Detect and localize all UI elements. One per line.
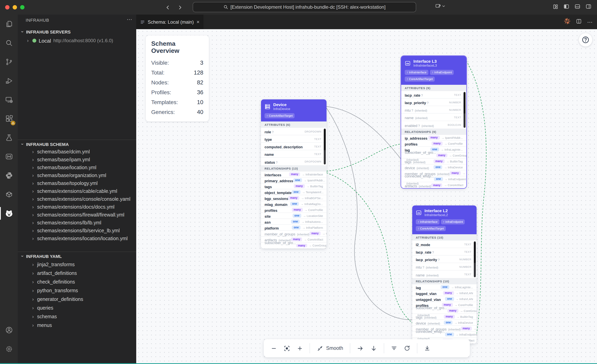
relationship-target: → CoreGroup [473, 327, 477, 330]
schema-file-item[interactable]: ›schemas/extensions/docs/docs.yml [18, 203, 136, 211]
editor-actions: ⋯ [564, 15, 593, 29]
yaml-item[interactable]: ›jinja2_transforms [18, 260, 136, 269]
relationship-target: → CoreGroup [462, 171, 466, 175]
vscode-window: [Extension Development Host] infrahub-bu… [0, 0, 597, 364]
scrollbar[interactable] [474, 241, 476, 277]
schema-canvas[interactable]: Schema Overview Visible:3Total:128Nodes:… [136, 29, 597, 364]
smooth-edges-button[interactable]: Smooth [317, 345, 343, 352]
attribute-row: status?DROPDOWN [261, 158, 327, 165]
activity-source-control-icon[interactable] [0, 53, 18, 71]
activity-containers-icon[interactable] [0, 185, 18, 204]
cardinality-badge: one [292, 226, 301, 229]
node-card-interface-l2[interactable]: Interface L2 InfraInterfaceL2 ↑ InfraInt… [412, 205, 477, 343]
node-card-interface-l3[interactable]: Interface L3 InfraInterfaceL3 ↑ InfraInt… [401, 56, 466, 188]
schema-file-item[interactable]: ›schemas/extensions/location/location.ym… [18, 235, 136, 243]
activity-infrahub-otter-icon[interactable] [0, 204, 18, 223]
close-icon[interactable]: × [196, 19, 199, 24]
yaml-item[interactable]: ›generator_definitions [18, 295, 136, 304]
schema-file-item[interactable]: ›schemas/extensions/lb/lb.yml [18, 219, 136, 227]
fit-view-button[interactable] [283, 345, 290, 352]
node-card-device[interactable]: Device InfraDevice ↑ CoreArtifactTarget … [261, 99, 327, 249]
zoom-out-button[interactable] [271, 345, 277, 351]
activity-extensions-icon[interactable] [0, 109, 18, 128]
yaml-item[interactable]: ›python_transforms [18, 286, 136, 295]
cardinality-badge: one [291, 190, 300, 194]
schema-file-item[interactable]: ›schemas/extensions/lb/service_lb.yml [18, 227, 136, 235]
schema-file-item[interactable]: ›schemas/extensions/console/console.yaml [18, 195, 136, 203]
relationship-target: → CoreProfile [304, 208, 323, 212]
more-actions-icon[interactable]: ⋯ [587, 19, 593, 25]
cardinality-badge: one [290, 202, 299, 206]
yaml-item[interactable]: ›check_definitions [18, 278, 136, 286]
cardinality-badge: one [445, 333, 454, 336]
zoom-window-button[interactable] [20, 5, 24, 9]
refresh-button[interactable] [404, 345, 410, 351]
toggle-secondary-sidebar-icon[interactable] [586, 4, 591, 11]
infrahub-flare-icon[interactable] [564, 18, 571, 26]
cardinality-badge: one [291, 220, 300, 224]
customize-layout-icon[interactable] [553, 4, 558, 11]
section-infrahub-servers[interactable]: › INFRAHUB SERVERS [20, 28, 136, 36]
download-button[interactable] [424, 345, 430, 351]
relationships-header: RELATIONSHIPS (10) [412, 278, 477, 284]
activity-accounts-icon[interactable] [0, 321, 18, 340]
schema-file-item[interactable]: ›schemas/extensions/firewall/firewall.ym… [18, 211, 136, 219]
node-title: Interface L2 [424, 208, 448, 213]
layout-horizontal-button[interactable] [357, 345, 364, 352]
help-button[interactable] [579, 33, 592, 46]
activity-remote-explorer-icon[interactable] [0, 90, 18, 109]
chevron-right-icon: › [31, 262, 35, 267]
schema-file-item[interactable]: ›schemas/base/organization.yml [18, 172, 136, 179]
activity-m-extension-icon[interactable] [0, 147, 18, 166]
schema-file-item[interactable]: ›schemas/extensions/cable/cable.yml [18, 187, 136, 195]
activity-python-icon[interactable] [0, 166, 18, 185]
back-icon[interactable] [165, 5, 171, 10]
schema-file-item[interactable]: ›schemas/base/location.yml [18, 164, 136, 172]
activity-testing-icon[interactable] [0, 128, 18, 147]
split-editor-icon[interactable] [576, 18, 581, 25]
command-center[interactable]: [Extension Development Host] infrahub-bu… [193, 2, 416, 12]
toggle-panel-icon[interactable] [574, 4, 581, 11]
activity-explorer-icon[interactable] [0, 15, 18, 34]
divider [18, 140, 136, 140]
scrollbar[interactable] [463, 92, 465, 128]
overview-stat-row: Visible:3 [151, 58, 203, 68]
remote-window-indicator[interactable] [435, 3, 445, 9]
filter-button[interactable] [391, 345, 397, 351]
activity-run-and-debug-icon[interactable] [0, 71, 18, 90]
chevron-right-icon: › [31, 181, 35, 186]
yaml-item[interactable]: ›menus [18, 321, 136, 330]
yaml-item[interactable]: ›queries [18, 304, 136, 312]
relationship-target: → CoreProfile [444, 142, 463, 145]
zoom-in-button[interactable] [297, 345, 303, 351]
attributes-header: ATTRIBUTES (9) [401, 85, 466, 91]
relationships-list: lagone→ InfraLagInte...tagged_vlanmany→ … [412, 284, 477, 343]
forward-icon[interactable] [177, 5, 183, 10]
section-infrahub-yaml[interactable]: › INFRAHUB YAML [20, 252, 136, 260]
scrollbar[interactable] [324, 129, 326, 164]
relationship-target: → InfraEndpoint [456, 333, 477, 336]
close-window-button[interactable] [5, 5, 9, 9]
yaml-item[interactable]: ›artifact_definitions [18, 269, 136, 278]
chevron-right-icon: › [31, 315, 35, 319]
minimize-window-button[interactable] [13, 5, 17, 9]
server-item-local[interactable]: › Local http://localhost:8000 (v1.6.0) [26, 37, 113, 45]
activity-bar [0, 15, 18, 364]
more-actions-icon[interactable]: ⋯ [127, 16, 132, 23]
section-infrahub-schema[interactable]: › INFRAHUB SCHEMA [20, 140, 136, 148]
inherit-badges: ↑ CoreArtifactTarget [265, 113, 323, 118]
yaml-item[interactable]: ›schemas [18, 312, 136, 321]
node-title: Device [273, 102, 290, 107]
activity-search-icon[interactable] [0, 34, 18, 53]
schema-file-item[interactable]: ›schemas/base/topology.yml [18, 179, 136, 187]
layout-vertical-button[interactable] [370, 345, 377, 352]
toggle-primary-sidebar-icon[interactable] [563, 4, 569, 11]
tab-schema-local-main[interactable]: Schema: Local (main) × [136, 15, 203, 29]
schema-file-item[interactable]: ›schemas/base/ipam.yml [18, 156, 136, 164]
activity-settings-icon[interactable] [0, 340, 18, 358]
cardinality-badge: many [431, 183, 442, 187]
attribute-row: lacp_priority?NUMBER [401, 99, 466, 106]
infrahub-sidebar: INFRAHUB ⋯ › INFRAHUB SERVERS › Local ht… [18, 15, 136, 364]
cardinality-badge: many [431, 142, 443, 145]
schema-file-item[interactable]: ›schemas/base/dcim.yml [18, 148, 136, 156]
